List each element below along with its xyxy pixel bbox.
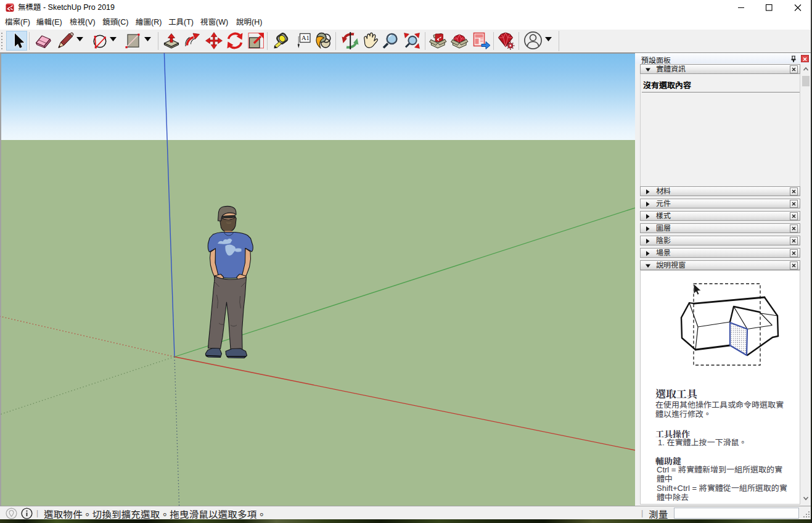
svg-text:A1: A1 — [301, 35, 310, 41]
